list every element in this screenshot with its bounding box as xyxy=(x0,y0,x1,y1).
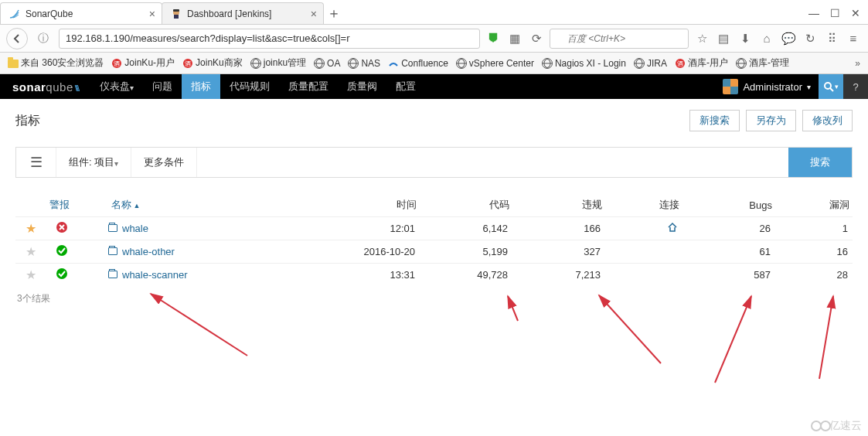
browser-search-input[interactable] xyxy=(550,29,689,49)
bookmark-item[interactable]: JIRA xyxy=(634,58,667,69)
puzzle-icon[interactable]: ⠿ xyxy=(823,32,840,46)
joinku-icon: 酒 xyxy=(111,58,122,69)
nav-仪表盘[interactable]: 仪表盘 xyxy=(90,74,143,99)
cell-link[interactable] xyxy=(605,222,682,235)
shield-icon[interactable]: ⛊ xyxy=(485,32,502,45)
bookmarks-overflow[interactable]: » xyxy=(855,58,860,69)
cell-code: 5,199 xyxy=(420,246,512,257)
th-alert[interactable]: 警报 xyxy=(46,193,77,216)
bookmark-label: 酒库-管理 xyxy=(749,56,789,70)
cell-code: 49,728 xyxy=(420,269,512,281)
help-button[interactable]: ? xyxy=(843,74,868,99)
nav-问题[interactable]: 问题 xyxy=(143,74,182,99)
bookmarks-bar: 来自 360安全浏览器酒JoinKu-用户酒JoinKu商家joinku管理OA… xyxy=(0,53,868,74)
table-header: 警报 名称 时间 代码 违规 连接 Bugs 漏洞 xyxy=(15,193,853,216)
table-row[interactable]: ★whale-other2016-10-205,1993276116 xyxy=(15,240,853,263)
globe-icon xyxy=(456,58,467,69)
folder-icon xyxy=(8,60,19,68)
project-name[interactable]: whale xyxy=(108,223,327,234)
th-violations[interactable]: 违规 xyxy=(512,193,605,216)
action-新搜索[interactable]: 新搜索 xyxy=(689,110,740,131)
bookmark-item[interactable]: 来自 360安全浏览器 xyxy=(8,56,104,70)
nav-代码规则[interactable]: 代码规则 xyxy=(220,74,279,99)
search-button[interactable]: 搜索 xyxy=(788,148,852,177)
browser-tab-active[interactable]: SonarQube × xyxy=(0,2,162,24)
th-bugs[interactable]: Bugs xyxy=(682,195,775,216)
action-修改列[interactable]: 修改列 xyxy=(802,110,853,131)
watermark-text: 亿速云 xyxy=(829,419,862,433)
globe-icon xyxy=(542,58,553,69)
nav-配置[interactable]: 配置 xyxy=(386,74,425,99)
chevron-down-icon: ▾ xyxy=(807,83,811,91)
nav-质量配置[interactable]: 质量配置 xyxy=(279,74,338,99)
bookmark-item[interactable]: NAS xyxy=(348,58,380,69)
globe-icon xyxy=(736,58,747,69)
nav-指标[interactable]: 指标 xyxy=(182,74,220,99)
close-icon[interactable]: × xyxy=(306,8,317,20)
sync-icon[interactable]: ↻ xyxy=(802,32,819,46)
more-conditions[interactable]: 更多条件 xyxy=(131,148,197,177)
browser-tab-inactive[interactable]: Dashboard [Jenkins] × xyxy=(162,2,324,24)
star-icon[interactable]: ☆ xyxy=(693,32,710,46)
bookmark-item[interactable]: OA xyxy=(314,58,340,69)
th-code[interactable]: 代码 xyxy=(420,193,512,216)
bookmark-item[interactable]: joinku管理 xyxy=(250,56,306,70)
page-actions: 新搜索另存为修改列 xyxy=(689,110,853,131)
globe-icon xyxy=(348,58,359,69)
project-name[interactable]: whale-scanner xyxy=(108,269,327,281)
th-links: 连接 xyxy=(605,193,682,216)
qr-icon[interactable]: ▦ xyxy=(506,32,523,46)
maximize-icon[interactable]: ☐ xyxy=(830,7,840,19)
cell-violations: 7,213 xyxy=(512,269,605,281)
table-row[interactable]: ★whale-scanner13:3149,7287,21358728 xyxy=(15,263,853,286)
reload-icon[interactable]: ⟳ xyxy=(528,32,545,46)
bookmark-label: NAS xyxy=(361,58,380,69)
th-name[interactable]: 名称 xyxy=(108,193,327,216)
window-controls: — ☐ ✕ xyxy=(808,7,868,24)
chevron-down-icon xyxy=(130,81,134,93)
sonarqube-logo[interactable]: sonarqube\\\\ xyxy=(0,80,90,94)
close-window-icon[interactable]: ✕ xyxy=(851,7,860,19)
tab-title: Dashboard [Jenkins] xyxy=(187,9,306,19)
filter-label: 更多条件 xyxy=(144,155,184,169)
home-icon[interactable]: ⌂ xyxy=(758,32,775,45)
project-name[interactable]: whale-other xyxy=(108,246,327,257)
page-header: 指标 新搜索另存为修改列 xyxy=(0,99,868,136)
bookmark-folder-icon[interactable]: ▤ xyxy=(715,32,732,46)
favorite-star-icon[interactable]: ★ xyxy=(15,267,46,282)
bookmark-item[interactable]: 酒JoinKu商家 xyxy=(182,56,243,70)
component-filter[interactable]: 组件: 项目 xyxy=(56,148,131,177)
th-vulns[interactable]: 漏洞 xyxy=(775,193,853,216)
bookmark-item[interactable]: 酒JoinKu-用户 xyxy=(111,56,175,70)
cell-violations: 327 xyxy=(512,246,605,257)
download-icon[interactable]: ⬇ xyxy=(737,32,754,46)
bookmark-item[interactable]: 酒酒库-用户 xyxy=(675,56,728,70)
header-search-button[interactable]: ▾ xyxy=(819,74,843,99)
table-row[interactable]: ★whale12:016,142166261 xyxy=(15,216,853,240)
favorite-star-icon[interactable]: ★ xyxy=(15,244,46,259)
bookmark-item[interactable]: Nagios XI - Login xyxy=(542,58,626,69)
bookmark-item[interactable]: 酒库-管理 xyxy=(736,56,789,70)
favorite-star-icon[interactable]: ★ xyxy=(15,221,46,236)
nav-质量阀[interactable]: 质量阀 xyxy=(338,74,386,99)
user-menu[interactable]: Administrator ▾ xyxy=(715,79,819,94)
new-tab-button[interactable]: ＋ xyxy=(323,2,345,24)
bookmark-label: Nagios XI - Login xyxy=(555,58,626,69)
back-button[interactable] xyxy=(6,28,28,49)
bookmark-label: Confluence xyxy=(401,58,448,69)
list-view-toggle[interactable]: ☰ xyxy=(16,148,56,177)
table-body: ★whale12:016,142166261★whale-other2016-1… xyxy=(15,216,853,286)
close-icon[interactable]: × xyxy=(145,8,155,20)
chat-icon[interactable]: 💬 xyxy=(780,32,797,46)
menu-icon[interactable]: ≡ xyxy=(845,32,862,45)
project-icon xyxy=(108,271,117,278)
url-input[interactable] xyxy=(59,29,480,49)
bookmark-item[interactable]: Confluence xyxy=(388,58,448,69)
info-icon[interactable]: ⓘ xyxy=(32,28,54,49)
action-另存为[interactable]: 另存为 xyxy=(746,110,796,131)
project-icon xyxy=(108,247,117,255)
minimize-icon[interactable]: — xyxy=(808,7,819,19)
th-time[interactable]: 时间 xyxy=(327,193,420,216)
globe-icon xyxy=(634,58,645,69)
bookmark-item[interactable]: vSphere Center xyxy=(456,58,534,69)
